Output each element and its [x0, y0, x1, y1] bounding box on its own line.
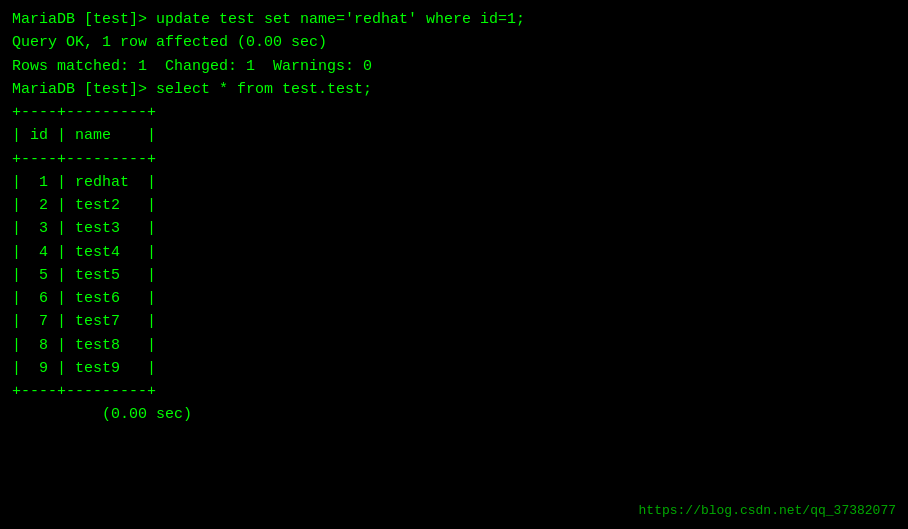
terminal-line: | id | name | — [12, 124, 896, 147]
terminal-window[interactable]: MariaDB [test]> update test set name='re… — [0, 0, 908, 529]
terminal-line: +----+---------+ — [12, 148, 896, 171]
terminal-line: MariaDB [test]> update test set name='re… — [12, 8, 896, 31]
terminal-line: +----+---------+ — [12, 380, 896, 403]
terminal-line: | 8 | test8 | — [12, 334, 896, 357]
terminal-line: Query OK, 1 row affected (0.00 sec) — [12, 31, 896, 54]
terminal-line: | 3 | test3 | — [12, 217, 896, 240]
terminal-line: | 5 | test5 | — [12, 264, 896, 287]
terminal-line: | 6 | test6 | — [12, 287, 896, 310]
terminal-line: Rows matched: 1 Changed: 1 Warnings: 0 — [12, 55, 896, 78]
watermark: https://blog.csdn.net/qq_37382077 — [639, 501, 896, 521]
terminal-line: | 1 | redhat | — [12, 171, 896, 194]
terminal-output: MariaDB [test]> update test set name='re… — [12, 8, 896, 427]
terminal-line: | 2 | test2 | — [12, 194, 896, 217]
terminal-line: | 4 | test4 | — [12, 241, 896, 264]
terminal-line: | 7 | test7 | — [12, 310, 896, 333]
terminal-line: MariaDB [test]> select * from test.test; — [12, 78, 896, 101]
terminal-line: | 9 | test9 | — [12, 357, 896, 380]
terminal-line: (0.00 sec) — [12, 403, 896, 426]
terminal-line: +----+---------+ — [12, 101, 896, 124]
